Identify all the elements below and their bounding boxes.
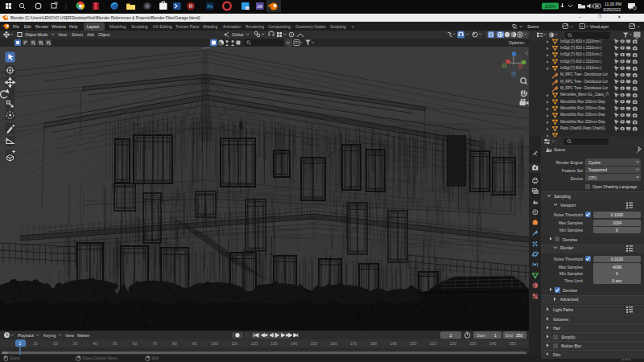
svg-text:100%: 100%	[545, 4, 556, 9]
svg-text:✕: ✕	[570, 24, 573, 29]
svg-text:✕: ✕	[637, 24, 640, 29]
svg-text:Ps: Ps	[207, 4, 213, 9]
svg-text:JW: JW	[257, 4, 263, 9]
svg-text:10: 10	[246, 6, 249, 10]
